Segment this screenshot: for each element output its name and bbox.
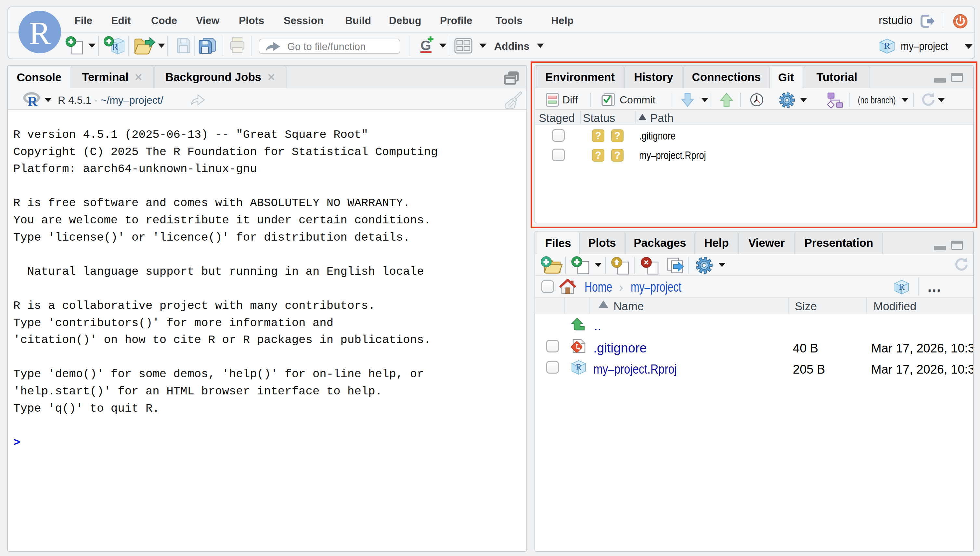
svg-text:R: R [884,40,890,51]
svg-text:R: R [27,94,38,109]
svg-text:R: R [576,362,582,372]
svg-text:R: R [899,282,904,292]
